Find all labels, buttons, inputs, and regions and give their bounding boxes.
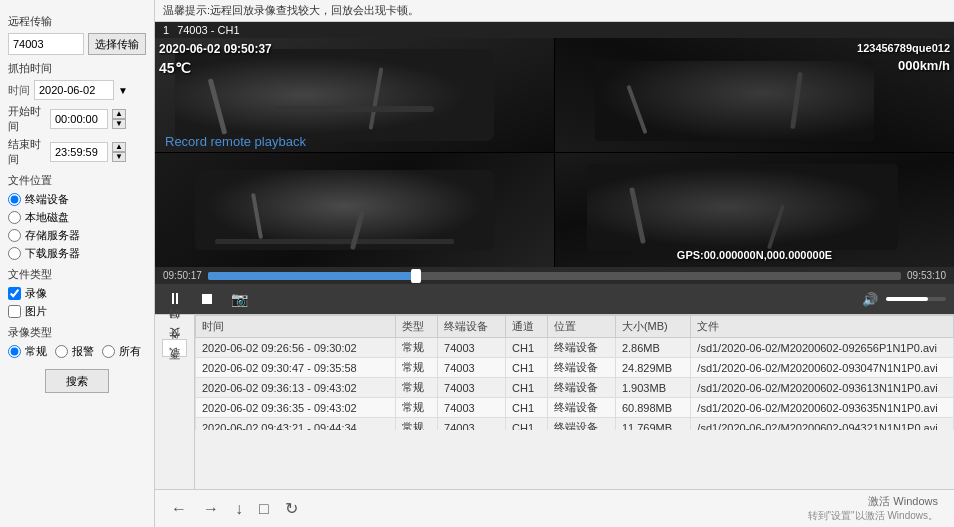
file-type-image[interactable]: 图片 [8,304,146,319]
table-row[interactable]: 2020-06-02 09:26:56 - 09:30:02 常规 74003 … [196,338,954,358]
search-button[interactable]: 搜索 [45,369,109,393]
file-pos-label: 文件位置 [8,173,146,188]
cell-location: 终端设备 [547,358,615,378]
cell-file: /sd1/2020-06-02/M20200602-093047N1N1P0.a… [691,358,954,378]
download-nav-icon[interactable]: ↓ [235,500,243,518]
timeline-track[interactable] [208,272,901,280]
cell-location: 终端设备 [547,398,615,418]
bottom-left-tabs: 时间 文件 下载 [155,315,195,489]
record-type-group: 常规 报警 所有 [8,344,146,359]
nav-icons: ← → ↓ □ ↻ [171,499,298,518]
file-pos-local[interactable]: 本地磁盘 [8,210,146,225]
search-btn-wrap: 搜索 [8,369,146,393]
cell-size: 2.86MB [615,338,690,358]
file-type-record[interactable]: 录像 [8,286,146,301]
cell-channel: CH1 [506,358,548,378]
video-timestamp: 2020-06-02 09:50:37 [159,42,272,56]
date-input[interactable] [34,80,114,100]
end-time-input[interactable] [50,142,108,162]
cell-device: 74003 [438,398,506,418]
col-location: 位置 [547,316,615,338]
file-pos-terminal[interactable]: 终端设备 [8,192,146,207]
cell-channel: CH1 [506,418,548,431]
stop-button[interactable]: ⏹ [195,288,219,310]
play-button[interactable]: ⏸ [163,288,187,310]
controls-bar: ⏸ ⏹ 📷 🔊 [155,284,954,314]
table-row[interactable]: 2020-06-02 09:36:13 - 09:43:02 常规 74003 … [196,378,954,398]
end-time-spinner: ▲ ▼ [112,142,126,162]
end-time-row: 结束时间 ▲ ▼ [8,137,146,167]
file-pos-download[interactable]: 下载服务器 [8,246,146,261]
start-time-spinner: ▲ ▼ [112,109,126,129]
video-area: 1 74003 - CH1 2020-06-02 09:50:37 45℃ [155,22,954,314]
end-time-up[interactable]: ▲ [112,142,126,152]
col-size: 大小(MB) [615,316,690,338]
channel-input[interactable] [8,33,84,55]
date-row: 时间 ▼ [8,80,146,100]
video-temperature: 45℃ [159,60,191,76]
cell-location: 终端设备 [547,338,615,358]
table-row[interactable]: 2020-06-02 09:36:35 - 09:43:02 常规 74003 … [196,398,954,418]
timeline-bar: 09:50:17 09:53:10 [155,267,954,284]
refresh-icon[interactable]: ↻ [285,499,298,518]
cell-time: 2020-06-02 09:36:35 - 09:43:02 [196,398,396,418]
file-type-label: 文件类型 [8,267,146,282]
start-time-down[interactable]: ▼ [112,119,126,129]
volume-track[interactable] [886,297,946,301]
video-cell-4: GPS:00.000000N,000.000000E [555,153,954,267]
record-type-all[interactable]: 所有 [102,344,141,359]
cell-size: 60.898MB [615,398,690,418]
col-channel: 通道 [506,316,548,338]
warning-text: 温馨提示:远程回放录像查找较大，回放会出现卡顿。 [163,4,419,16]
cell-time: 2020-06-02 09:30:47 - 09:35:58 [196,358,396,378]
start-time-up[interactable]: ▲ [112,109,126,119]
cell-size: 1.903MB [615,378,690,398]
table-row[interactable]: 2020-06-02 09:30:47 - 09:35:58 常规 74003 … [196,358,954,378]
file-pos-storage[interactable]: 存储服务器 [8,228,146,243]
snapshot-button[interactable]: 📷 [227,289,252,309]
col-file: 文件 [691,316,954,338]
tab-time[interactable]: 时间 [162,319,187,337]
record-type-alarm[interactable]: 报警 [55,344,94,359]
record-type-label: 录像类型 [8,325,146,340]
table-row[interactable]: 2020-06-02 09:43:21 - 09:44:34 常规 74003 … [196,418,954,431]
cell-location: 终端设备 [547,418,615,431]
forward-icon[interactable]: → [203,500,219,518]
left-panel: 远程传输 选择传输 抓拍时间 时间 ▼ 开始时间 ▲ ▼ 结束时间 ▲ ▼ [0,0,155,527]
file-table: 时间 类型 终端设备 通道 位置 大小(MB) 文件 2020-06-02 09… [195,315,954,430]
cell-size: 24.829MB [615,358,690,378]
timeline-start: 09:50:17 [163,270,202,281]
cell-size: 11.769MB [615,418,690,431]
cell-type: 常规 [396,418,438,431]
select-channel-button[interactable]: 选择传输 [88,33,146,55]
cell-channel: CH1 [506,338,548,358]
col-device: 终端设备 [438,316,506,338]
cell-channel: CH1 [506,378,548,398]
video-grid: 2020-06-02 09:50:37 45℃ 123456789que012 … [155,38,954,267]
cell-type: 常规 [396,338,438,358]
cell-device: 74003 [438,378,506,398]
calendar-icon[interactable]: ▼ [118,85,128,96]
tab-file[interactable]: 文件 [162,339,187,357]
stop-nav-icon[interactable]: □ [259,500,269,518]
right-content: 温馨提示:远程回放录像查找较大，回放会出现卡顿。 1 74003 - CH1 [155,0,954,527]
cell-file: /sd1/2020-06-02/M20200602-093613N1N1P0.a… [691,378,954,398]
channel-num: 1 [163,24,169,36]
back-icon[interactable]: ← [171,500,187,518]
video-speed-line1: 123456789que012 [857,42,950,54]
time-label: 时间 [8,83,30,98]
volume-fill [886,297,928,301]
cell-device: 74003 [438,418,506,431]
end-time-down[interactable]: ▼ [112,152,126,162]
timeline-thumb[interactable] [411,269,421,283]
activate-windows: 激活 Windows 转到"设置"以激活 Windows。 [808,494,938,523]
video-cell-2: 123456789que012 000km/h [555,38,954,152]
record-type-normal[interactable]: 常规 [8,344,47,359]
cell-type: 常规 [396,378,438,398]
bottom-nav: ← → ↓ □ ↻ 激活 Windows 转到"设置"以激活 Windows。 [155,489,954,527]
remote-channel-label: 远程传输 [8,14,146,29]
end-time-label: 结束时间 [8,137,46,167]
tab-download[interactable]: 下载 [162,359,187,377]
table-wrap[interactable]: 时间 类型 终端设备 通道 位置 大小(MB) 文件 2020-06-02 09… [195,315,954,430]
start-time-input[interactable] [50,109,108,129]
